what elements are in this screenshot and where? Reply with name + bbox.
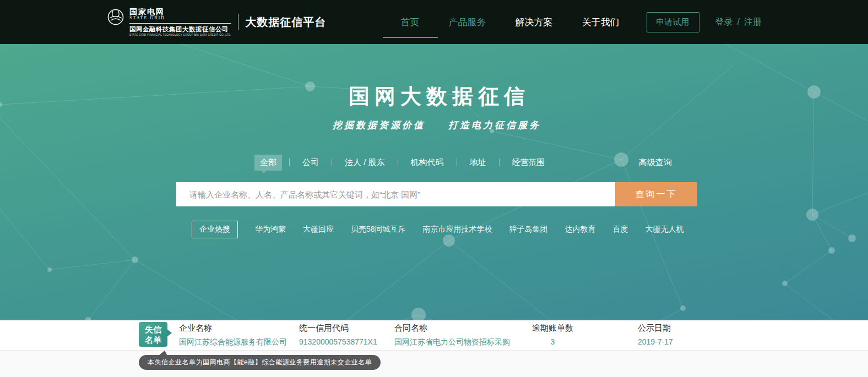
- hot-search-row: 企业热搜 华为鸿蒙 大疆回应 贝壳58同城互斥 南京市应用技术学校 獐子岛集团 …: [176, 221, 697, 238]
- company-name-en: STATE GRID FINANCIAL TECHNOLOGY GROUP BI…: [129, 34, 231, 36]
- blacklist-column-contract: 合同名称 国网江苏省电力公司物资招标采购: [394, 324, 510, 347]
- nav-item-label: 首页: [401, 16, 420, 29]
- search-tab-address[interactable]: 地址: [464, 155, 492, 171]
- logo-divider: [238, 14, 238, 30]
- hot-search-item[interactable]: 大疆无人机: [645, 225, 684, 234]
- column-value: 9132000057538771X1: [299, 337, 377, 346]
- blacklist-column-overdue-bills: 逾期账单数 3: [532, 324, 573, 346]
- state-grid-logo: 国家电网 State Grid 国网金融科技集团大数据征信公司 STATE GR…: [107, 8, 231, 36]
- hot-search-item[interactable]: 大疆回应: [303, 225, 334, 234]
- advanced-query-link[interactable]: 高级查询: [639, 157, 697, 168]
- apply-trial-button[interactable]: 申请试用: [647, 12, 699, 32]
- hot-search-item[interactable]: 南京市应用技术学校: [423, 225, 492, 234]
- state-grid-logo-icon: [107, 9, 124, 25]
- badge-line: 失信: [145, 324, 161, 335]
- register-link[interactable]: 注册: [744, 17, 762, 28]
- nav-item-solutions[interactable]: 解决方案: [516, 0, 553, 44]
- hot-search-item[interactable]: 百度: [613, 225, 628, 234]
- nav-item-about[interactable]: 关于我们: [582, 0, 620, 44]
- blacklist-section: 失信 名单 企业名称 国网江苏综合能源服务有限公司 统一信用代码 9132000…: [0, 320, 868, 377]
- tab-divider: [499, 159, 500, 166]
- blacklist-badge: 失信 名单: [139, 322, 167, 347]
- column-value[interactable]: 国网江苏综合能源服务有限公司: [179, 337, 287, 347]
- company-name: 国网金融科技集团大数据征信公司: [129, 23, 231, 34]
- column-header: 公示日期: [638, 324, 673, 332]
- search-bar: 查询一下: [176, 182, 697, 206]
- tab-divider: [398, 159, 398, 166]
- hero-subtitle: 挖掘数据资源价值 打造电力征信服务: [176, 119, 697, 132]
- search-input[interactable]: [176, 182, 615, 206]
- auth-links: 登录 / 注册: [715, 17, 762, 28]
- nav-item-home[interactable]: 首页: [401, 0, 420, 44]
- column-value: 2019-7-17: [638, 337, 673, 346]
- platform-title: 大数据征信平台: [245, 15, 326, 30]
- auth-divider: /: [737, 17, 740, 27]
- search-tab-all[interactable]: 全部: [254, 155, 282, 171]
- search-tab-org-code[interactable]: 机构代码: [405, 155, 449, 171]
- brand-name-en: State Grid: [129, 16, 231, 20]
- blacklist-column-publish-date: 公示日期 2019-7-17: [638, 324, 673, 346]
- search-tab-business-scope[interactable]: 经营范围: [507, 155, 551, 171]
- hot-search-item[interactable]: 达内教育: [565, 225, 596, 234]
- search-tab-company[interactable]: 公司: [297, 155, 324, 171]
- search-tab-legal-person[interactable]: 法人 / 股东: [339, 155, 390, 171]
- column-header: 统一信用代码: [299, 324, 377, 332]
- blacklist-column-credit-code: 统一信用代码 9132000057538771X1: [299, 324, 377, 346]
- top-navigation-bar: 国家电网 State Grid 国网金融科技集团大数据征信公司 STATE GR…: [0, 0, 868, 44]
- brand-name: 国家电网: [129, 8, 231, 16]
- logo-text-block: 国家电网 State Grid 国网金融科技集团大数据征信公司 STATE GR…: [129, 8, 231, 36]
- login-link[interactable]: 登录: [715, 17, 733, 28]
- column-value: 国网江苏省电力公司物资招标采购: [394, 337, 510, 347]
- search-tabs-row: 全部 公司 法人 / 股东 机构代码 地址 经营范围 高级查询: [176, 154, 697, 171]
- tab-divider: [457, 159, 457, 166]
- hot-search-item[interactable]: 獐子岛集团: [509, 225, 548, 234]
- nav-item-label: 关于我们: [582, 16, 620, 29]
- bottom-lower-strip: [0, 350, 868, 377]
- column-value: 3: [532, 337, 573, 346]
- tab-divider: [332, 159, 332, 166]
- blacklist-column-company: 企业名称 国网江苏综合能源服务有限公司: [179, 324, 287, 347]
- hero-title: 国网大数据征信: [176, 83, 697, 111]
- nav-item-products[interactable]: 产品服务: [449, 0, 486, 44]
- nav-item-label: 产品服务: [449, 16, 486, 29]
- blacklist-tooltip: 本失信企业名单为国网电商【能e融】综合能源业务费用逾期未交企业名单: [139, 355, 381, 370]
- tab-divider: [289, 159, 290, 166]
- nav-item-label: 解决方案: [516, 16, 553, 29]
- column-header: 逾期账单数: [532, 324, 573, 332]
- badge-line: 名单: [145, 335, 161, 345]
- hero-section: 国网大数据征信 挖掘数据资源价值 打造电力征信服务 全部 公司 法人 / 股东 …: [0, 44, 868, 320]
- hero-content: 国网大数据征信 挖掘数据资源价值 打造电力征信服务 全部 公司 法人 / 股东 …: [176, 44, 697, 238]
- column-header: 企业名称: [179, 324, 287, 332]
- search-button[interactable]: 查询一下: [615, 182, 697, 206]
- column-header: 合同名称: [394, 324, 510, 332]
- hot-search-item[interactable]: 贝壳58同城互斥: [351, 225, 406, 234]
- main-navigation: 首页 产品服务 解决方案 关于我们: [401, 0, 620, 44]
- hot-search-item[interactable]: 华为鸿蒙: [255, 225, 286, 234]
- hot-search-label: 企业热搜: [192, 221, 238, 238]
